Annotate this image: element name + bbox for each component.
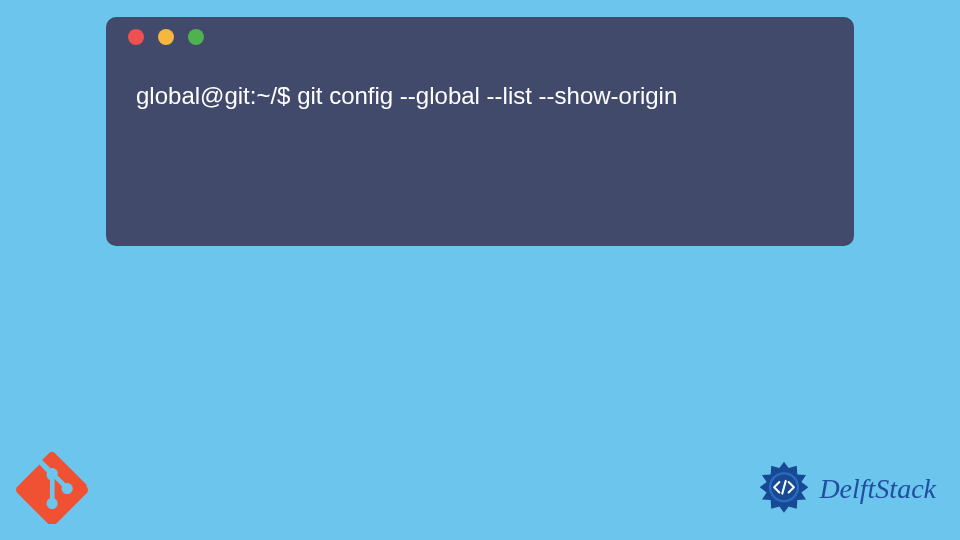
terminal-window: global@git:~/$ git config --global --lis…	[106, 17, 854, 246]
close-icon[interactable]	[128, 29, 144, 45]
minimize-icon[interactable]	[158, 29, 174, 45]
brand-emblem-icon	[755, 460, 813, 518]
terminal-prompt: global@git:~/$	[136, 82, 290, 109]
brand-name: DelftStack	[819, 473, 936, 505]
maximize-icon[interactable]	[188, 29, 204, 45]
window-titlebar	[106, 17, 854, 57]
terminal-command: git config --global --list --show-origin	[297, 82, 677, 109]
brand-logo: DelftStack	[755, 460, 936, 518]
git-logo-icon	[16, 452, 88, 524]
terminal-body[interactable]: global@git:~/$ git config --global --lis…	[106, 57, 854, 113]
terminal-line: global@git:~/$ git config --global --lis…	[136, 79, 824, 113]
